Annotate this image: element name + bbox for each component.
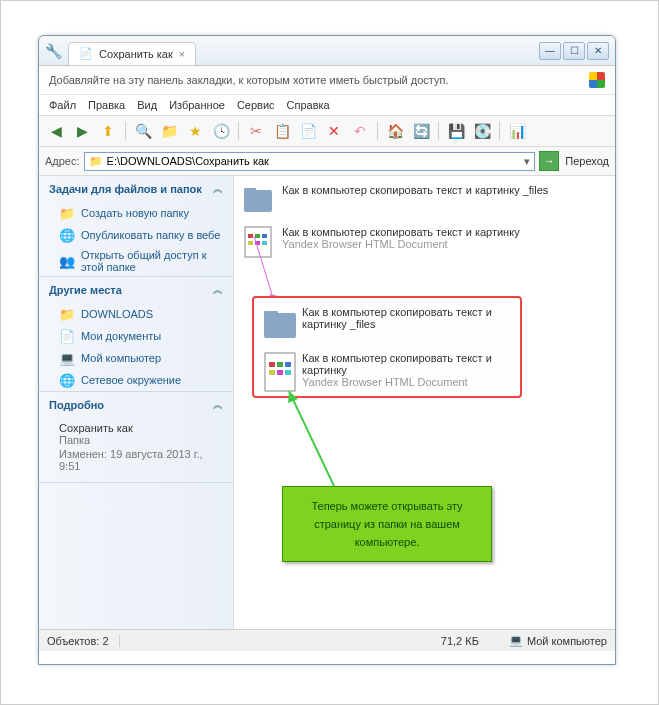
chevron-up-icon: ︽ (213, 283, 223, 297)
folder-icon: 📁 (59, 306, 75, 322)
html-doc-icon (242, 226, 274, 258)
file-html[interactable]: Как в компьютер скопировать текст и карт… (242, 226, 607, 258)
menubar: Файл Правка Вид Избранное Сервис Справка (39, 95, 615, 116)
place-network[interactable]: 🌐Сетевое окружение (39, 369, 233, 391)
share-icon: 👥 (59, 253, 75, 269)
tab-title: Сохранить как (99, 48, 173, 60)
maximize-button[interactable]: ☐ (563, 42, 585, 60)
up-button[interactable]: ⬆ (97, 120, 119, 142)
titlebar: 🔧 📄 Сохранить как × — ☐ ✕ (39, 36, 615, 66)
svg-rect-15 (277, 362, 283, 367)
views-icon[interactable]: 📊 (506, 120, 528, 142)
browser-tab[interactable]: 📄 Сохранить как × (68, 42, 196, 66)
disconnect-icon[interactable]: 💽 (471, 120, 493, 142)
status-location: 💻Мой компьютер (509, 634, 607, 647)
statusbar: Объектов: 2 71,2 КБ 💻Мой компьютер (39, 629, 615, 651)
delete-icon[interactable]: ✕ (323, 120, 345, 142)
favorites-icon[interactable]: ★ (184, 120, 206, 142)
address-value: E:\DOWNLOADS\Сохранить как (107, 155, 269, 167)
detail-name: Сохранить как (59, 422, 223, 434)
computer-icon: 💻 (509, 634, 523, 647)
close-button[interactable]: ✕ (587, 42, 609, 60)
home-icon[interactable]: 🏠 (384, 120, 406, 142)
map-drive-icon[interactable]: 💾 (445, 120, 467, 142)
folder-new-icon: 📁 (59, 205, 75, 221)
folders-icon[interactable]: 📁 (158, 120, 180, 142)
callout-file-folder[interactable]: Как в компьютер скопировать текст и карт… (262, 306, 512, 338)
documents-icon: 📄 (59, 328, 75, 344)
bookmark-prompt: Добавляйте на эту панель закладки, к кот… (49, 74, 448, 86)
address-label: Адрес: (45, 155, 80, 167)
status-objects: Объектов: 2 (47, 635, 120, 647)
dropdown-icon[interactable]: ▾ (524, 155, 530, 168)
wrench-icon: 🔧 (45, 43, 62, 59)
details-header[interactable]: Подробно ︽ (39, 392, 233, 418)
file-folder[interactable]: Как в компьютер скопировать текст и карт… (242, 184, 607, 216)
detail-type: Папка (59, 434, 223, 446)
paste-icon[interactable]: 📄 (297, 120, 319, 142)
svg-rect-7 (255, 241, 260, 245)
menu-view[interactable]: Вид (137, 99, 157, 111)
history-icon[interactable]: 🕓 (210, 120, 232, 142)
folder-large-icon (262, 306, 294, 338)
folder-icon: 📁 (89, 155, 103, 168)
task-new-folder[interactable]: 📁Создать новую папку (39, 202, 233, 224)
toolbar: ◀ ▶ ⬆ 🔍 📁 ★ 🕓 ✂ 📋 📄 ✕ ↶ 🏠 🔄 💾 💽 📊 (39, 116, 615, 147)
computer-icon: 💻 (59, 350, 75, 366)
place-documents[interactable]: 📄Мои документы (39, 325, 233, 347)
chevron-up-icon: ︽ (213, 182, 223, 196)
page-icon: 📄 (79, 47, 93, 60)
cut-icon[interactable]: ✂ (245, 120, 267, 142)
svg-rect-3 (248, 234, 253, 238)
svg-rect-12 (264, 311, 278, 318)
menu-favorites[interactable]: Избранное (169, 99, 225, 111)
callout-box: Как в компьютер скопировать текст и карт… (252, 296, 522, 398)
go-button[interactable]: → (539, 151, 559, 171)
file-pane: Как в компьютер скопировать текст и карт… (234, 176, 615, 629)
svg-rect-14 (269, 362, 275, 367)
tasks-header[interactable]: Задачи для файлов и папок ︽ (39, 176, 233, 202)
task-publish[interactable]: 🌐Опубликовать папку в вебе (39, 224, 233, 246)
publish-icon: 🌐 (59, 227, 75, 243)
svg-rect-18 (277, 370, 283, 375)
menu-tools[interactable]: Сервис (237, 99, 275, 111)
svg-rect-1 (244, 188, 256, 194)
address-input[interactable]: 📁 E:\DOWNLOADS\Сохранить как ▾ (84, 152, 536, 171)
folder-large-icon (242, 184, 274, 216)
copy-icon[interactable]: 📋 (271, 120, 293, 142)
windows-logo-icon (589, 72, 605, 88)
menu-edit[interactable]: Правка (88, 99, 125, 111)
place-computer[interactable]: 💻Мой компьютер (39, 347, 233, 369)
addressbar: Адрес: 📁 E:\DOWNLOADS\Сохранить как ▾ → … (39, 147, 615, 176)
html-doc-icon (262, 352, 294, 384)
menu-help[interactable]: Справка (287, 99, 330, 111)
svg-line-20 (289, 391, 334, 486)
svg-rect-8 (262, 241, 267, 245)
task-share[interactable]: 👥Открыть общий доступ к этой папке (39, 246, 233, 276)
detail-modified: Изменен: 19 августа 2013 г., 9:51 (59, 448, 223, 472)
close-tab-icon[interactable]: × (179, 48, 185, 60)
callout-file-html[interactable]: Как в компьютер скопировать текст и карт… (262, 352, 512, 388)
place-downloads[interactable]: 📁DOWNLOADS (39, 303, 233, 325)
undo-icon[interactable]: ↶ (349, 120, 371, 142)
svg-rect-16 (285, 362, 291, 367)
bookmark-bar: Добавляйте на эту панель закладки, к кот… (39, 66, 615, 95)
places-header[interactable]: Другие места ︽ (39, 277, 233, 303)
back-button[interactable]: ◀ (45, 120, 67, 142)
network-icon: 🌐 (59, 372, 75, 388)
svg-rect-6 (248, 241, 253, 245)
annotation-note: Теперь можете открывать эту страницу из … (282, 486, 492, 562)
forward-button[interactable]: ▶ (71, 120, 93, 142)
svg-rect-19 (285, 370, 291, 375)
minimize-button[interactable]: — (539, 42, 561, 60)
svg-rect-17 (269, 370, 275, 375)
menu-file[interactable]: Файл (49, 99, 76, 111)
sidebar: Задачи для файлов и папок ︽ 📁Создать нов… (39, 176, 234, 629)
sync-icon[interactable]: 🔄 (410, 120, 432, 142)
chevron-up-icon: ︽ (213, 398, 223, 412)
search-icon[interactable]: 🔍 (132, 120, 154, 142)
explorer-window: 🔧 📄 Сохранить как × — ☐ ✕ Добавляйте на … (38, 35, 616, 665)
svg-rect-4 (255, 234, 260, 238)
svg-rect-5 (262, 234, 267, 238)
go-label: Переход (565, 155, 609, 167)
